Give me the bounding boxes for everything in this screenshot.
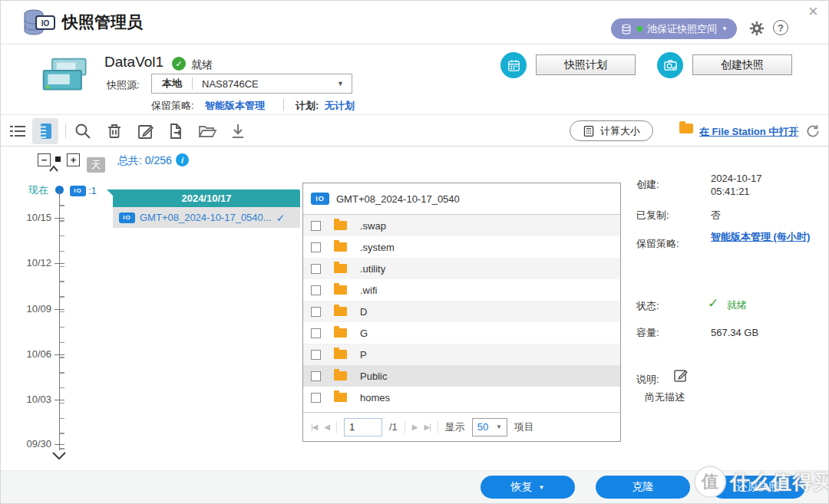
divider	[405, 421, 405, 433]
create-snapshot-icon	[657, 52, 683, 78]
folder-row[interactable]: G	[303, 322, 620, 344]
capacity-value: 567.34 GB	[711, 326, 758, 339]
folder-checkbox[interactable]	[311, 242, 321, 252]
total-label: 总共:	[117, 154, 142, 166]
open-folder-icon[interactable]	[198, 122, 216, 140]
timeline-scroll-down-icon[interactable]	[51, 451, 67, 460]
snapshot-total: 总共: 0/256	[117, 154, 172, 168]
timeline-date: 10/12	[19, 257, 51, 268]
snapshot-file-panel: IO GMT+08_2024-10-17_0540 .swap .system …	[302, 183, 621, 442]
settings-gear-icon[interactable]	[748, 20, 765, 37]
help-icon[interactable]: ?	[773, 20, 788, 35]
chevron-down-icon: ▼	[722, 25, 728, 32]
snapshot-count-badge: IO :1	[70, 185, 97, 196]
camera-icon	[663, 58, 678, 73]
folder-icon	[334, 393, 347, 402]
volume-name: DataVol1	[104, 54, 163, 71]
folder-name: .system	[360, 242, 395, 253]
search-icon[interactable]	[74, 122, 92, 140]
create-snapshot-button[interactable]: 创建快照	[692, 54, 792, 75]
file-station-folder-icon	[679, 124, 693, 133]
timeline-zoom-in-button[interactable]: +	[67, 153, 80, 166]
folder-checkbox[interactable]	[311, 221, 321, 231]
folder-row[interactable]: homes	[303, 387, 620, 408]
help-glyph: ?	[778, 22, 784, 34]
app-title: 快照管理员	[62, 12, 143, 33]
folder-row[interactable]: .swap	[303, 215, 620, 236]
folder-icon	[334, 221, 347, 230]
folder-icon	[334, 242, 347, 252]
pool-space-label: 池保证快照空间	[647, 22, 717, 36]
snapshot-title: GMT+08_2024-10-17_0540	[336, 193, 460, 205]
divider	[796, 124, 797, 139]
divider	[438, 421, 438, 433]
next-page-icon[interactable]: ▶	[412, 423, 418, 431]
replicated-label: 已复制:	[636, 209, 669, 222]
created-label: 创建:	[636, 178, 659, 192]
folder-checkbox[interactable]	[311, 350, 321, 360]
snapshot-source-label: 快照源:	[107, 78, 140, 92]
retention-policy-detail-link[interactable]: 智能版本管理 (每小时)	[711, 230, 826, 243]
clone-button[interactable]: 克隆	[596, 476, 690, 499]
status-label: 状态:	[636, 299, 659, 313]
pool-status-dot	[637, 26, 642, 31]
info-icon[interactable]: i	[176, 153, 189, 166]
download-icon[interactable]	[229, 122, 247, 140]
volume-ready-check-icon: ✓	[172, 57, 186, 71]
info-glyph: i	[181, 156, 183, 165]
folder-row[interactable]: .utility	[303, 258, 620, 279]
folder-name: P	[360, 349, 367, 361]
refresh-icon[interactable]	[805, 124, 821, 139]
delete-icon[interactable]	[105, 122, 124, 140]
close-icon[interactable]: ×	[808, 3, 818, 20]
prev-page-icon[interactable]: ◀	[324, 423, 329, 431]
pool-database-icon	[620, 23, 632, 35]
snapshot-bubble-item[interactable]: IO GMT+08_2024-10-17_0540... ✓	[113, 207, 300, 228]
timeline-minor-ticks	[60, 191, 64, 450]
timeline-zoom-slider[interactable]	[55, 156, 61, 162]
folder-name: G	[360, 328, 368, 339]
export-icon[interactable]	[167, 122, 185, 140]
source-scope: 本地	[152, 77, 192, 91]
edit-icon[interactable]	[137, 122, 155, 140]
pool-space-button[interactable]: 池保证快照空间 ▼	[611, 18, 737, 39]
folder-row[interactable]: .system	[303, 236, 620, 258]
last-page-icon[interactable]: ▶|	[424, 423, 431, 431]
first-page-icon[interactable]: |◀	[311, 423, 317, 431]
restore-label: 恢复	[511, 480, 533, 494]
snapshot-io-icon: IO	[311, 193, 329, 205]
folder-checkbox[interactable]	[311, 264, 321, 274]
open-in-file-station-link[interactable]: 在 File Station 中打开	[699, 125, 798, 139]
folder-checkbox[interactable]	[311, 393, 321, 403]
folder-checkbox[interactable]	[311, 307, 321, 317]
folder-checkbox[interactable]	[311, 285, 321, 295]
folder-row[interactable]: Public	[303, 365, 620, 387]
snapshot-schedule-button[interactable]: 快照计划	[536, 54, 636, 75]
divider	[65, 124, 66, 139]
show-label: 显示	[445, 420, 465, 434]
retention-policy-link[interactable]: 智能版本管理	[205, 99, 265, 113]
folder-checkbox[interactable]	[311, 328, 321, 338]
snapshot-source-dropdown[interactable]: 本地 NAS8746CE ▼	[151, 74, 352, 94]
description-empty: 尚无描述	[645, 390, 685, 404]
page-size-dropdown[interactable]: 50 ▼	[472, 418, 507, 436]
total-value: 0/256	[145, 154, 172, 166]
timeline-view-icon[interactable]	[37, 122, 55, 140]
divider	[283, 99, 284, 110]
folder-checkbox[interactable]	[311, 371, 321, 381]
timeline-tick	[54, 400, 64, 400]
folder-icon	[334, 264, 347, 273]
volume-status: 就绪	[191, 58, 213, 72]
folder-row[interactable]: .wifi	[303, 279, 620, 301]
edit-description-icon[interactable]	[673, 367, 689, 383]
folder-row[interactable]: D	[303, 301, 620, 322]
restore-button[interactable]: 恢复 ▼	[481, 476, 575, 499]
folder-icon	[334, 371, 347, 380]
revert-snapshot-button[interactable]: 还原快照	[711, 476, 805, 499]
page-input[interactable]	[344, 418, 382, 436]
list-view-icon[interactable]	[8, 122, 27, 140]
calculate-size-button[interactable]: 计算大小	[570, 120, 653, 141]
plan-link[interactable]: 无计划	[325, 99, 355, 113]
folder-row[interactable]: P	[303, 344, 620, 365]
snapshot-io-icon: IO	[70, 186, 86, 196]
